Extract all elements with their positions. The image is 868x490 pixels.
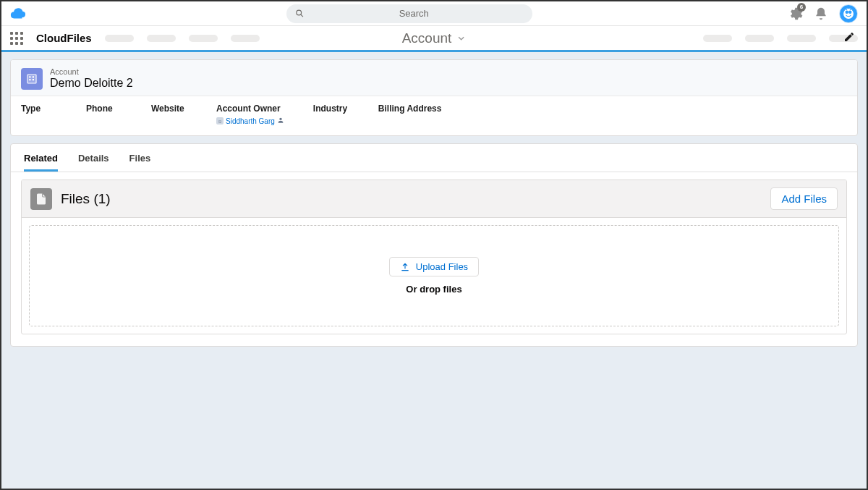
field-industry: Industry [313, 104, 349, 125]
setup-gear-icon[interactable]: 6 [787, 6, 803, 22]
svg-rect-9 [33, 76, 34, 77]
svg-point-3 [846, 11, 848, 13]
nav-item-placeholder [787, 35, 816, 42]
nav-item-placeholder [147, 35, 176, 42]
user-avatar[interactable] [839, 4, 858, 23]
field-account-owner: Account Owner ☺ Siddharth Garg [216, 104, 284, 125]
record-tabs: Related Details Files [11, 144, 857, 172]
search-icon [295, 9, 304, 18]
files-related-list: Files (1) Add Files Upload Files Or drop… [21, 179, 847, 334]
add-files-button[interactable]: Add Files [770, 187, 838, 210]
app-launcher-icon[interactable] [10, 32, 23, 45]
entity-object-label: Account [50, 67, 133, 77]
svg-rect-5 [27, 75, 36, 83]
notifications-bell-icon[interactable] [813, 6, 829, 22]
upload-icon [400, 262, 410, 272]
object-nav-bar: CloudFiles Account [1, 26, 867, 52]
tab-details[interactable]: Details [78, 148, 109, 172]
global-search[interactable] [286, 4, 532, 23]
owner-badge-icon: ☺ [216, 117, 224, 124]
drop-files-text: Or drop files [406, 284, 461, 295]
record-header: Account Demo Deloitte 2 Type Phone Websi… [10, 59, 858, 136]
owner-link[interactable]: Siddharth Garg [226, 117, 275, 125]
files-icon [30, 188, 52, 210]
nav-active-object[interactable]: Account [402, 30, 467, 46]
svg-point-11 [279, 118, 281, 120]
nav-item-placeholder [189, 35, 218, 42]
upload-files-label: Upload Files [416, 261, 468, 272]
page-body: Account Demo Deloitte 2 Type Phone Websi… [1, 52, 867, 489]
nav-item-placeholder [105, 35, 134, 42]
edit-pencil-icon[interactable] [843, 31, 855, 46]
nav-item-placeholder [703, 35, 732, 42]
svg-point-0 [297, 10, 302, 15]
field-website: Website [151, 104, 187, 125]
change-owner-icon[interactable] [277, 117, 284, 125]
svg-line-1 [301, 14, 303, 17]
upload-files-button[interactable]: Upload Files [389, 257, 479, 276]
app-name: CloudFiles [36, 32, 92, 44]
gear-badge: 6 [797, 3, 806, 12]
files-dropzone[interactable]: Upload Files Or drop files [29, 225, 839, 326]
chevron-down-icon [456, 33, 466, 43]
svg-rect-8 [29, 79, 30, 80]
svg-rect-7 [29, 76, 30, 77]
search-input[interactable] [304, 8, 524, 19]
field-phone: Phone [86, 104, 122, 125]
svg-point-2 [843, 8, 854, 19]
nav-item-placeholder [231, 35, 260, 42]
field-billing-address: Billing Address [378, 104, 442, 125]
nav-item-placeholder [745, 35, 774, 42]
tab-related[interactable]: Related [24, 148, 58, 172]
related-card: Related Details Files Files (1) Add File… [10, 143, 858, 347]
record-name: Demo Deloitte 2 [50, 77, 133, 90]
field-type: Type [21, 104, 57, 125]
svg-rect-10 [33, 79, 34, 80]
svg-point-4 [849, 11, 851, 13]
cloud-logo [10, 6, 26, 22]
files-section-title: Files (1) [61, 191, 111, 207]
nav-active-label: Account [402, 30, 452, 46]
account-entity-icon [21, 68, 43, 90]
global-header: 6 [1, 1, 867, 26]
tab-files[interactable]: Files [129, 148, 151, 172]
